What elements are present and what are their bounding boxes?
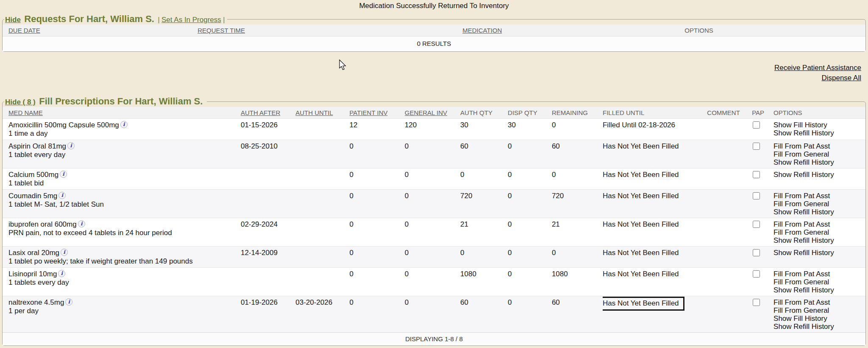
patient-inv-cell: 0: [349, 218, 404, 247]
auth-after-cell: 01-19-2026: [241, 296, 295, 333]
hide-prescriptions-link[interactable]: Hide ( 8 ): [5, 98, 36, 106]
option-link-show-refill-history[interactable]: Show Refill History: [773, 129, 865, 137]
auth-after-cell: [241, 168, 295, 190]
info-icon[interactable]: i: [58, 270, 65, 277]
option-link-fill-from-pat-asst[interactable]: Fill From Pat Asst: [773, 192, 865, 200]
option-link-fill-from-pat-asst[interactable]: Fill From Pat Asst: [773, 270, 865, 278]
option-link-show-refill-history[interactable]: Show Refill History: [773, 286, 865, 294]
auth-qty-cell: 720: [460, 190, 508, 218]
med-cell: Amoxicillin 500mg Capsule 500mgi1 time a…: [3, 119, 241, 140]
disp-qty-cell: 30: [508, 119, 552, 140]
options-cell: Fill From Pat AsstFill From GeneralShow …: [773, 218, 865, 247]
option-link-fill-from-pat-asst[interactable]: Fill From Pat Asst: [773, 142, 865, 150]
column-header-label: AUTH AFTER: [241, 109, 280, 116]
pap-checkbox[interactable]: [753, 143, 760, 150]
column-header-auth-after[interactable]: AUTH AFTER: [241, 107, 295, 119]
column-header-due-date[interactable]: DUE DATE: [3, 25, 198, 36]
med-sig: 1 tablets every day: [8, 278, 240, 287]
filled-until-status: Filled Until 02-18-2026: [603, 121, 675, 129]
column-header-auth-until[interactable]: AUTH UNTIL: [295, 107, 349, 119]
prescription-row: Calcium 500mgi1 tablet bid00000Has Not Y…: [3, 168, 865, 190]
receive-patient-assistance-link[interactable]: Receive Patient Assistance: [0, 63, 861, 73]
column-header-medication[interactable]: MEDICATION: [462, 25, 533, 36]
auth-qty-cell: 1080: [460, 268, 508, 296]
option-link-show-fill-history[interactable]: Show Fill History: [773, 121, 865, 129]
info-icon[interactable]: i: [78, 220, 85, 227]
separator: |: [223, 16, 225, 23]
general-inv-cell: 120: [405, 119, 460, 140]
option-link-fill-from-pat-asst[interactable]: Fill From Pat Asst: [773, 220, 865, 228]
column-header-patient-inv[interactable]: PATIENT INV: [349, 107, 404, 119]
med-cell: Lisinopril 10mgi1 tablets every day: [3, 268, 241, 296]
column-header-request-time[interactable]: REQUEST TIME: [198, 25, 462, 36]
filled-until-cell: Has Not Yet Been Filled: [603, 140, 707, 168]
option-link-show-refill-history[interactable]: Show Refill History: [773, 158, 865, 166]
info-icon[interactable]: i: [120, 121, 128, 128]
option-link-show-refill-history[interactable]: Show Refill History: [773, 208, 865, 216]
option-link-fill-from-general[interactable]: Fill From General: [773, 150, 865, 158]
filled-until-cell: Has Not Yet Been Filled: [603, 268, 707, 296]
patient-action-links: Receive Patient Assistance Dispense All: [0, 52, 868, 83]
disp-qty-cell: 0: [508, 168, 552, 190]
option-link-show-refill-history[interactable]: Show Refill History: [773, 323, 865, 331]
pap-checkbox[interactable]: [753, 299, 760, 306]
option-link-show-refill-history[interactable]: Show Refill History: [773, 171, 865, 179]
patient-inv-cell: 0: [349, 140, 404, 168]
prescriptions-title: Fill Prescriptions For Hart, William S.: [37, 96, 204, 107]
med-name: naltrexone 4.5mg: [8, 298, 64, 306]
disp-qty-cell: 0: [508, 247, 552, 268]
option-link-fill-from-general[interactable]: Fill From General: [773, 228, 865, 236]
prescription-row: Coumadin 5mgi1 tablet M- Sat, 1/2 tablet…: [3, 190, 865, 218]
set-as-in-progress-link[interactable]: Set As In Progress: [161, 16, 221, 24]
patient-inv-cell: 12: [349, 119, 404, 140]
med-name: Amoxicillin 500mg Capsule 500mg: [8, 121, 119, 129]
pap-checkbox[interactable]: [753, 171, 760, 178]
auth-until-cell: [295, 218, 349, 247]
filled-until-status: Has Not Yet Been Filled: [603, 220, 679, 229]
auth-until-cell: [295, 168, 349, 190]
comment-cell: [707, 218, 752, 247]
info-icon[interactable]: i: [58, 192, 66, 199]
prescription-row: Lisinopril 10mgi1 tablets every day00108…: [3, 268, 865, 296]
paging-row: DISPLAYING 1-8 / 8: [3, 333, 865, 346]
pap-cell: [752, 218, 773, 247]
prescription-row: Amoxicillin 500mg Capsule 500mgi1 time a…: [3, 119, 865, 140]
column-header-med-name[interactable]: MED NAME: [3, 107, 241, 119]
general-inv-cell: 0: [405, 268, 460, 296]
disp-qty-cell: 0: [508, 190, 552, 218]
column-header-label: AUTH QTY: [460, 109, 492, 116]
info-icon[interactable]: i: [65, 298, 72, 306]
med-cell: Aspirin Oral 81mgi1 tablet every day: [3, 140, 241, 168]
pap-checkbox[interactable]: [753, 192, 760, 199]
button-row: Update PAP Applications: [0, 346, 868, 348]
med-name: ibuprofen oral 600mg: [8, 220, 77, 228]
dispense-all-link[interactable]: Dispense All: [0, 73, 861, 83]
patient-inv-cell: 0: [349, 296, 404, 333]
hide-requests-link[interactable]: Hide: [5, 16, 21, 24]
column-header-general-inv[interactable]: GENERAL INV: [405, 107, 460, 119]
pap-checkbox[interactable]: [753, 121, 760, 129]
option-link-fill-from-general[interactable]: Fill From General: [773, 278, 865, 286]
auth-until-cell: [295, 140, 349, 168]
pap-checkbox[interactable]: [753, 270, 760, 278]
column-header-label: PATIENT INV: [349, 109, 387, 116]
general-inv-cell: 0: [405, 296, 460, 333]
option-link-fill-from-pat-asst[interactable]: Fill From Pat Asst: [773, 298, 865, 306]
info-icon[interactable]: i: [60, 171, 67, 178]
med-name: Lasix oral 20mg: [8, 249, 59, 257]
column-header-disp-qty: DISP QTY: [508, 107, 552, 119]
med-cell: Calcium 500mgi1 tablet bid: [3, 168, 241, 190]
option-link-fill-from-general[interactable]: Fill From General: [773, 306, 865, 314]
pap-cell: [752, 247, 773, 268]
auth-after-cell: 01-15-2026: [241, 119, 295, 140]
option-link-show-fill-history[interactable]: Show Fill History: [773, 314, 865, 323]
option-link-show-refill-history[interactable]: Show Refill History: [773, 236, 865, 244]
prescription-row: Lasix oral 20mgi1 tablet po weekly; take…: [3, 247, 865, 268]
pap-checkbox[interactable]: [753, 221, 760, 228]
info-icon[interactable]: i: [61, 249, 68, 256]
option-link-show-refill-history[interactable]: Show Refill History: [773, 249, 865, 257]
column-header-label: REMAINING: [552, 109, 588, 116]
pap-checkbox[interactable]: [753, 249, 760, 256]
info-icon[interactable]: i: [67, 142, 75, 149]
option-link-fill-from-general[interactable]: Fill From General: [773, 200, 865, 208]
